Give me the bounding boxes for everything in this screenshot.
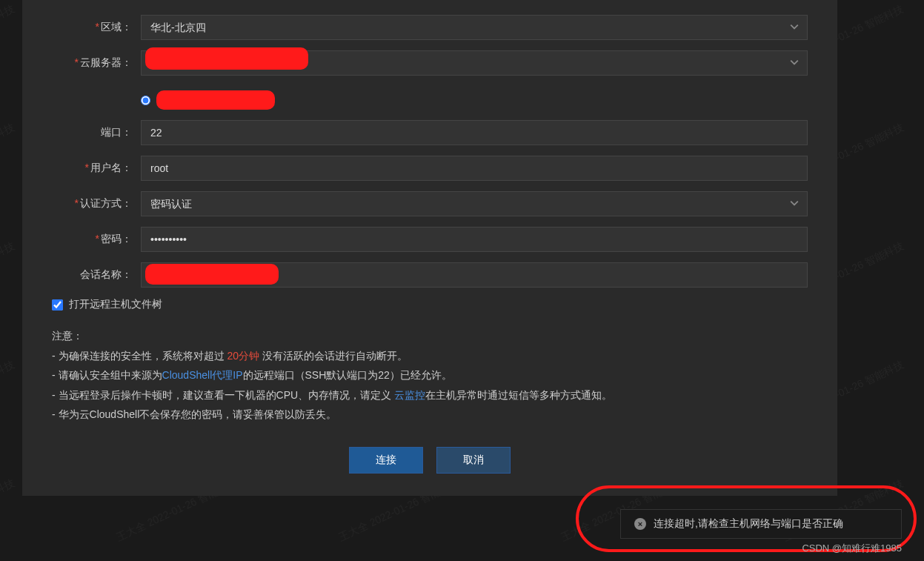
region-label: *区域：	[52, 21, 141, 34]
cloud-monitor-link[interactable]: 云监控	[394, 389, 425, 401]
cloudshell-ip-link[interactable]: CloudShell代理IP	[162, 369, 243, 381]
authmode-label: *认证方式：	[52, 197, 141, 210]
notice-block: 注意： - 为确保连接的安全性，系统将对超过 20分钟 没有活跃的会话进行自动断…	[52, 326, 808, 425]
port-input[interactable]	[141, 120, 808, 145]
csdn-watermark: CSDN @知难行难1985	[802, 542, 902, 555]
username-label: *用户名：	[52, 162, 141, 175]
notice-line1: - 为确保连接的安全性，系统将对超过 20分钟 没有活跃的会话进行自动断开。	[52, 346, 808, 366]
server-radio[interactable]	[141, 96, 150, 105]
password-input[interactable]	[141, 227, 808, 252]
error-icon: ×	[634, 518, 646, 530]
open-filetree-checkbox[interactable]	[52, 299, 63, 311]
password-label: *密码：	[52, 233, 141, 246]
session-label: 会话名称：	[52, 268, 141, 282]
authmode-row: *认证方式： 密码认证	[52, 191, 808, 216]
port-row: 端口：	[52, 120, 808, 145]
open-filetree-label: 打开远程主机文件树	[69, 298, 162, 311]
button-row: 连接 取消	[52, 447, 808, 474]
server-radio-row	[52, 86, 808, 110]
notice-title: 注意：	[52, 326, 808, 346]
connection-form-panel: *区域： 华北-北京四 *云服务器： 端口：	[22, 0, 837, 496]
cancel-button[interactable]: 取消	[436, 447, 511, 474]
notice-line3: - 当远程登录后操作卡顿时，建议查看一下机器的CPU、内存情况，请定义 云监控在…	[52, 385, 808, 405]
region-row: *区域： 华北-北京四	[52, 15, 808, 40]
connect-button[interactable]: 连接	[349, 447, 423, 474]
server-label: *云服务器：	[52, 56, 141, 70]
region-select[interactable]: 华北-北京四	[141, 15, 808, 40]
password-row: *密码：	[52, 227, 808, 252]
toast-message: 连接超时,请检查主机网络与端口是否正确	[654, 517, 843, 531]
server-row: *云服务器：	[52, 50, 808, 76]
port-label: 端口：	[52, 126, 141, 139]
session-row: 会话名称：	[52, 262, 808, 288]
open-filetree-row: 打开远程主机文件树	[52, 298, 808, 311]
error-toast: × 连接超时,请检查主机网络与端口是否正确	[620, 509, 902, 539]
notice-line4: - 华为云CloudShell不会保存您的密码，请妥善保管以防丢失。	[52, 405, 808, 425]
authmode-select[interactable]: 密码认证	[141, 191, 808, 216]
username-input[interactable]	[141, 156, 808, 181]
username-row: *用户名：	[52, 156, 808, 181]
notice-line2: - 请确认安全组中来源为CloudShell代理IP的远程端口（SSH默认端口为…	[52, 365, 808, 385]
